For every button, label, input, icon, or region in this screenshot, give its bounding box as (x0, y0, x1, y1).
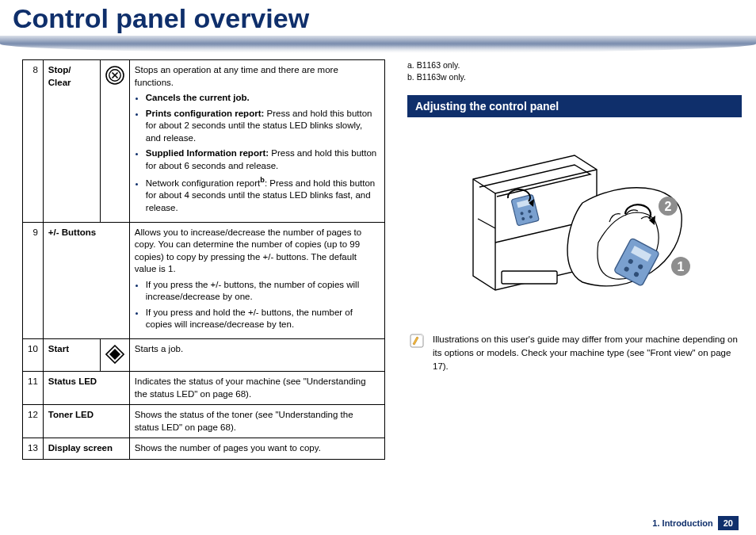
footer-chapter: 1. Introduction (652, 518, 712, 528)
svg-rect-7 (502, 271, 557, 284)
row-name: Status LED (43, 372, 129, 405)
svg-marker-5 (109, 349, 120, 360)
note-icon (409, 333, 425, 373)
page-title: Control panel overview (0, 0, 756, 34)
control-panel-table: 8 Stop/ Clear Stops an operation at any … (22, 59, 385, 460)
table-row: 8 Stop/ Clear Stops an operation at any … (23, 60, 385, 223)
right-column: a. B1163 only. b. B1163w only. Adjusting… (407, 59, 742, 460)
desc-lead: Stops an operation at any time and there… (135, 65, 338, 87)
desc-lead: Allows you to increase/decrease the numb… (135, 227, 361, 274)
row-number: 8 (23, 60, 44, 223)
footnotes: a. B1163 only. b. B1163w only. (407, 59, 742, 82)
row-name: Display screen (43, 438, 129, 460)
illustration: 2 1 (407, 127, 742, 323)
row-description: Shows the number of pages you want to co… (129, 438, 384, 460)
page-footer: 1. Introduction 20 (652, 516, 739, 530)
note-box: Illustrations on this user's guide may d… (407, 330, 742, 376)
row-name: +/- Buttons (43, 222, 129, 338)
table-row: 12 Toner LED Shows the status of the ton… (23, 405, 385, 438)
stop-clear-icon (100, 60, 129, 223)
title-separator (0, 36, 756, 53)
footer-page-number: 20 (718, 516, 739, 530)
callout-2: 2 (665, 200, 672, 213)
left-column: 8 Stop/ Clear Stops an operation at any … (22, 59, 385, 460)
row-number: 10 (23, 338, 44, 372)
list-item: If you press and hold the +/- buttons, t… (146, 307, 380, 331)
table-row: 13 Display screen Shows the number of pa… (23, 438, 385, 460)
table-row: 10 Start Starts a job. (23, 338, 385, 372)
row-name: Start (43, 338, 100, 372)
footnote-b: b. B1163w only. (407, 71, 742, 83)
row-description: Starts a job. (129, 338, 384, 372)
row-number: 12 (23, 405, 44, 438)
row-description: Stops an operation at any time and there… (129, 60, 384, 223)
callout-1: 1 (678, 260, 685, 273)
content-columns: 8 Stop/ Clear Stops an operation at any … (0, 53, 756, 460)
row-number: 11 (23, 372, 44, 405)
printer-illustration: 2 1 (456, 132, 693, 314)
row-name: Stop/ Clear (43, 60, 100, 223)
list-item: Network configuration reportb: Press and… (146, 175, 380, 214)
table-row: 11 Status LED Indicates the status of yo… (23, 372, 385, 405)
section-heading: Adjusting the control panel (407, 95, 742, 117)
row-description: Shows the status of the toner (see "Unde… (129, 405, 384, 438)
row-description: Indicates the status of your machine (se… (129, 372, 384, 405)
row-number: 9 (23, 222, 44, 338)
list-item: If you press the +/- buttons, the number… (146, 279, 380, 304)
table-row: 9 +/- Buttons Allows you to increase/dec… (23, 222, 385, 338)
list-item: Prints configuration report: Press and h… (146, 108, 380, 145)
list-item: Cancels the current job. (146, 92, 380, 105)
row-name: Toner LED (43, 405, 129, 438)
row-description: Allows you to increase/decrease the numb… (129, 222, 384, 338)
footnote-a: a. B1163 only. (407, 59, 742, 71)
note-text: Illustrations on this user's guide may d… (433, 333, 740, 373)
start-icon (100, 338, 129, 372)
row-number: 13 (23, 438, 44, 460)
list-item: Supplied Information report: Press and h… (146, 147, 380, 172)
